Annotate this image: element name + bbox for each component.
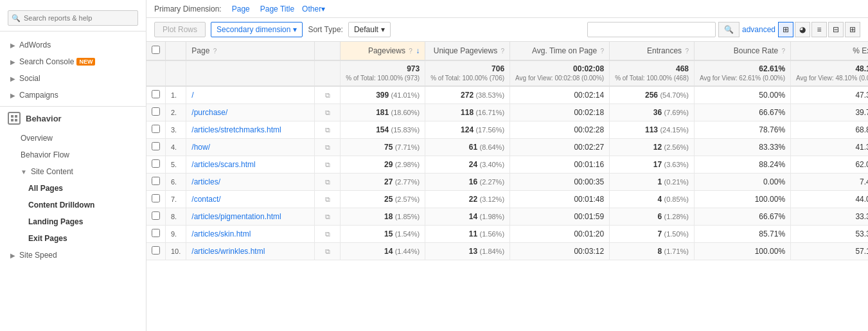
row-page-link[interactable]: /how/ <box>186 139 315 156</box>
row-ext-link[interactable]: ⧉ <box>315 121 341 139</box>
page-link[interactable]: /purchase/ <box>191 108 227 117</box>
sidebar-item-adwords[interactable]: ▶ AdWords <box>0 37 146 53</box>
page-link[interactable]: /articles/stretchmarks.html <box>191 125 281 134</box>
row-select-checkbox[interactable] <box>152 107 160 116</box>
row-checkbox[interactable] <box>146 243 166 260</box>
select-all-checkbox[interactable] <box>152 46 160 54</box>
row-checkbox[interactable] <box>146 174 166 191</box>
ext-link-icon[interactable]: ⧉ <box>325 230 330 238</box>
row-select-checkbox[interactable] <box>152 159 160 168</box>
view-icon-grid[interactable]: ⊞ <box>778 22 793 37</box>
ext-link-icon[interactable]: ⧉ <box>325 213 330 220</box>
row-ext-link[interactable]: ⧉ <box>315 174 341 191</box>
sidebar-item-landing-pages[interactable]: Landing Pages <box>0 213 146 230</box>
row-checkbox[interactable] <box>146 121 166 139</box>
sidebar-item-social[interactable]: ▶ Social <box>0 70 146 87</box>
table-search-input[interactable] <box>587 22 716 37</box>
row-page-link[interactable]: /articles/stretchmarks.html <box>186 121 315 139</box>
ext-link-icon[interactable]: ⧉ <box>325 143 330 151</box>
page-link[interactable]: / <box>191 91 193 100</box>
page-link[interactable]: /articles/skin.html <box>191 229 251 238</box>
sidebar-item-site-speed[interactable]: ▶ Site Speed <box>0 247 146 264</box>
ext-link-icon[interactable]: ⧉ <box>325 109 330 116</box>
sidebar-item-search-console[interactable]: ▶ Search Console NEW <box>0 53 146 70</box>
row-checkbox[interactable] <box>146 86 166 104</box>
row-select-checkbox[interactable] <box>152 229 160 237</box>
row-ext-link[interactable]: ⧉ <box>315 86 341 104</box>
table-summary-row: 973 % of Total: 100.00% (973) 706 % of T… <box>146 60 868 86</box>
tab-page[interactable]: Page <box>229 3 252 15</box>
page-link[interactable]: /articles/wrinkles.html <box>191 247 265 256</box>
sidebar-item-exit-pages[interactable]: Exit Pages <box>0 230 146 247</box>
th-avg-time[interactable]: Avg. Time on Page ? <box>510 42 610 60</box>
view-icon-pie[interactable]: ◕ <box>795 22 810 37</box>
row-page-link[interactable]: /purchase/ <box>186 104 315 121</box>
ext-link-icon[interactable]: ⧉ <box>325 247 330 255</box>
tab-page-title[interactable]: Page Title <box>258 3 297 15</box>
row-page-link[interactable]: /articles/ <box>186 174 315 191</box>
row-ext-link[interactable]: ⧉ <box>315 243 341 260</box>
row-select-checkbox[interactable] <box>152 125 160 133</box>
page-link[interactable]: /contact/ <box>191 195 220 204</box>
view-icon-compare[interactable]: ⊟ <box>828 22 844 37</box>
row-checkbox[interactable] <box>146 139 166 156</box>
sort-type-select[interactable]: Default ▾ <box>348 22 391 37</box>
row-page-link[interactable]: /articles/scars.html <box>186 156 315 174</box>
row-select-checkbox[interactable] <box>152 177 160 185</box>
row-ext-link[interactable]: ⧉ <box>315 191 341 208</box>
row-checkbox[interactable] <box>146 156 166 174</box>
row-entrances: 1 (0.21%) <box>610 174 695 191</box>
th-exit[interactable]: % Exit ? <box>791 42 868 60</box>
tab-other-dropdown[interactable]: Other ▾ <box>302 4 325 13</box>
search-input[interactable] <box>8 10 138 26</box>
ext-link-icon[interactable]: ⧉ <box>325 178 330 186</box>
view-icon-list[interactable]: ≡ <box>811 22 827 37</box>
sidebar-item-overview[interactable]: Overview <box>0 130 146 147</box>
advanced-link[interactable]: advanced <box>742 25 775 34</box>
row-select-checkbox[interactable] <box>152 246 160 255</box>
row-pageviews: 181 (18.60%) <box>341 104 425 121</box>
sidebar-item-all-pages[interactable]: All Pages <box>0 180 146 197</box>
row-checkbox[interactable] <box>146 191 166 208</box>
page-link[interactable]: /articles/pigmentation.html <box>191 212 281 221</box>
row-ext-link[interactable]: ⧉ <box>315 156 341 174</box>
sidebar-item-behavior[interactable]: Behavior <box>0 106 146 130</box>
sidebar-item-behavior-flow[interactable]: Behavior Flow <box>0 147 146 163</box>
table-search-button[interactable]: 🔍 <box>718 22 740 37</box>
secondary-dimension-button[interactable]: Secondary dimension ▾ <box>211 22 303 37</box>
row-ext-link[interactable]: ⧉ <box>315 208 341 226</box>
row-page-link[interactable]: / <box>186 86 315 104</box>
ext-link-icon[interactable]: ⧉ <box>325 161 330 168</box>
row-select-checkbox[interactable] <box>152 90 160 98</box>
th-entrances[interactable]: Entrances ? <box>610 42 695 60</box>
row-exit: 53.33% <box>791 226 868 243</box>
row-checkbox[interactable] <box>146 104 166 121</box>
page-link[interactable]: /articles/ <box>191 177 220 186</box>
row-page-link[interactable]: /articles/wrinkles.html <box>186 243 315 260</box>
row-ext-link[interactable]: ⧉ <box>315 104 341 121</box>
plot-rows-button[interactable]: Plot Rows <box>154 22 206 37</box>
ext-link-icon[interactable]: ⧉ <box>325 195 330 203</box>
ext-link-icon[interactable]: ⧉ <box>325 126 330 134</box>
sidebar-item-campaigns[interactable]: ▶ Campaigns <box>0 87 146 103</box>
sidebar-item-content-drilldown[interactable]: Content Drilldown <box>0 197 146 213</box>
row-select-checkbox[interactable] <box>152 142 160 150</box>
row-page-link[interactable]: /articles/pigmentation.html <box>186 208 315 226</box>
view-icon-pivot[interactable]: ⊞ <box>845 22 860 37</box>
th-bounce-rate[interactable]: Bounce Rate ? <box>695 42 791 60</box>
page-link[interactable]: /how/ <box>191 143 210 152</box>
row-ext-link[interactable]: ⧉ <box>315 139 341 156</box>
ext-link-icon[interactable]: ⧉ <box>325 91 330 99</box>
row-page-link[interactable]: /articles/skin.html <box>186 226 315 243</box>
row-select-checkbox[interactable] <box>152 194 160 202</box>
row-page-link[interactable]: /contact/ <box>186 191 315 208</box>
row-select-checkbox[interactable] <box>152 211 160 220</box>
th-unique-pageviews[interactable]: Unique Pageviews ? <box>425 42 510 60</box>
sidebar-item-site-content[interactable]: ▼ Site Content <box>0 163 146 180</box>
page-link[interactable]: /articles/scars.html <box>191 160 255 169</box>
row-ext-link[interactable]: ⧉ <box>315 226 341 243</box>
row-checkbox[interactable] <box>146 226 166 243</box>
th-pageviews[interactable]: Pageviews ? ↓ <box>341 42 425 60</box>
row-checkbox[interactable] <box>146 208 166 226</box>
th-page[interactable]: Page ? <box>186 42 315 60</box>
